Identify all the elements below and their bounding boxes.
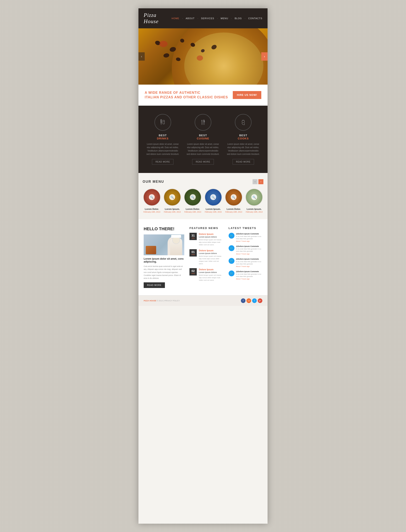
bottom-section: HELLO THERE! Lorem ipsum dolor sit amet,…	[138, 219, 268, 295]
menu-search-icon-4: 🔍	[231, 194, 237, 200]
tweet-author-3[interactable]: @Dolore Ipsum Commete	[236, 271, 262, 273]
menu-item-circle-0: 🔍	[143, 188, 161, 206]
news-sub-2: Lorem ipsum dolore	[199, 271, 223, 273]
menu-item-3[interactable]: 🔍 Lorem Ipsum. February 24th, 2015	[204, 188, 222, 213]
features-section: BEST DRINKS Lorem ipsum dolor sit amet, …	[138, 106, 268, 173]
menu-item-date-1: February 24th, 2013	[163, 211, 181, 213]
cooks-read-more-button[interactable]: Read More	[232, 159, 254, 165]
rss-icon[interactable]: ))))	[246, 298, 251, 303]
hello-read-more-button[interactable]: Read More	[144, 282, 165, 288]
footer-brand[interactable]: PIZZA HOUSE	[144, 300, 156, 302]
tagline-line2: ITALIAN PIZZAS AND OTHER CLASSIC DISHES	[145, 95, 228, 100]
hero-prev-button[interactable]: ‹	[138, 52, 145, 61]
menu-item-name-4: Lorem Dolor.	[225, 208, 243, 210]
drinks-text: Lorem ipsum dolor sit amet, conse etur a…	[146, 142, 180, 156]
tweet-author-0[interactable]: @Dolore Ipsum Commete	[236, 233, 262, 235]
twitter-icon-2: 🐦	[229, 258, 234, 264]
hello-column: HELLO THERE! Lorem ipsum dolor sit amet,…	[144, 227, 184, 288]
news-title: FEATURED NEWS	[189, 227, 223, 230]
menu-search-icon-0: 🔍	[149, 194, 155, 200]
menu-item-name-2: Lorem Dolor.	[184, 208, 202, 210]
news-day-0: 31	[191, 234, 195, 237]
pizza-image-thumb	[146, 246, 156, 254]
menu-search-icon-2: 🔍	[190, 194, 196, 200]
tagline-section: A WIDE RANGE OF AUTHENTIC ITALIAN PIZZAS…	[138, 85, 268, 106]
menu-item-date-4: February 24th, 2013	[225, 211, 243, 213]
drinks-title-bottom: DRINKS	[146, 137, 180, 140]
nav-blog[interactable]: BLOG	[235, 17, 242, 20]
news-headline-1[interactable]: Dolore Ipsum	[199, 249, 223, 252]
nav-services[interactable]: SERVICES	[201, 17, 214, 20]
menu-next-button[interactable]: ›	[258, 179, 263, 184]
news-month-2: FEB	[191, 273, 195, 274]
menu-item-0[interactable]: 🔍 Lorem Dolor. February 24th, 2013	[143, 188, 161, 213]
footer: PIZZA HOUSE © 2013 | PRIVACY POLICY f ))…	[138, 295, 268, 306]
tweet-content-2: @Dolore Ipsum Commete In eu erat vitae f…	[236, 258, 262, 267]
drinks-read-more-button[interactable]: Read More	[152, 159, 174, 165]
tweet-time-2: About 7 hours ago	[236, 266, 262, 267]
news-column: FEATURED NEWS 31 JAN Dolore Ipsum Lorem …	[189, 227, 223, 288]
news-headline-2[interactable]: Dolore Ipsum	[199, 268, 223, 271]
feature-cuisine: BEST CUISINE Lorem ipsum dolor sit amet,…	[183, 114, 223, 165]
svg-rect-1	[163, 120, 165, 124]
tweet-author-2[interactable]: @Dolore Ipsum Commete	[236, 258, 262, 260]
menu-item-circle-2: 🔍	[184, 188, 202, 206]
header: Pizza House HOME • ABOUT • SERVICES • ME…	[138, 8, 268, 28]
hero-next-button[interactable]: ›	[261, 52, 268, 61]
tweet-text-1: In eu erat vitae felis gramate In eu era…	[236, 248, 262, 252]
tweet-item-2: 🐦 @Dolore Ipsum Commete In eu erat vitae…	[229, 258, 262, 267]
footer-social-links: f )))) t g+	[241, 298, 262, 303]
footer-copyright: PIZZA HOUSE © 2013 | PRIVACY POLICY	[144, 300, 180, 302]
news-sub-0: Lorem ipsum dolore	[199, 236, 223, 238]
svg-point-6	[242, 120, 244, 123]
news-content-1: Dolore Ipsum Lorem ipsum dolore Morbi te…	[199, 249, 223, 265]
cuisine-title-bottom: CUISINE	[186, 137, 220, 140]
news-month-0: JAN	[191, 237, 195, 239]
news-date-1: 01 FEB	[189, 249, 197, 257]
menu-item-1[interactable]: 🔍 Lorem Ipsum. February 24th, 2013	[163, 188, 181, 213]
cuisine-text: Lorem ipsum dolor sit amet, conse etur a…	[186, 142, 220, 156]
menu-item-2[interactable]: 🔍 Lorem Dolor. February 24th, 2013	[184, 188, 202, 213]
news-day-2: 02	[191, 269, 195, 273]
nav-menu[interactable]: MENU	[221, 17, 228, 20]
nav-home[interactable]: HOME	[172, 17, 179, 20]
tweet-content-0: @Dolore Ipsum Commete In eu erat vitae f…	[236, 233, 262, 242]
cuisine-icon-circle	[195, 114, 211, 131]
news-item-0: 31 JAN Dolore Ipsum Lorem ipsum dolore M…	[189, 233, 223, 246]
twitter-social-icon[interactable]: t	[252, 298, 257, 303]
twitter-icon-3: 🐦	[229, 271, 234, 276]
menu-search-icon-1: 🔍	[169, 194, 175, 200]
nav-dot-4: •	[231, 17, 232, 19]
tweet-author-1[interactable]: @Dolore Ipsum Commete	[236, 245, 262, 247]
cooks-text: Lorem ipsum dolor sit amet, conse etur a…	[226, 142, 260, 156]
menu-prev-button[interactable]: ‹	[253, 179, 258, 184]
news-text-0: Morbi tempor quam vel massa adp cursus d…	[199, 239, 223, 246]
svg-line-9	[244, 120, 244, 120]
menu-item-4[interactable]: 🔍 Lorem Dolor. February 24th, 2013	[225, 188, 243, 213]
tweet-text-0: In eu erat vitae felis gramate In eu era…	[236, 235, 262, 240]
cuisine-read-more-button[interactable]: Read More	[192, 159, 214, 165]
cooks-icon-circle	[235, 114, 252, 131]
news-day-1: 01	[191, 250, 195, 254]
nav-contacts[interactable]: CONTACTS	[248, 17, 262, 20]
google-plus-icon[interactable]: g+	[258, 298, 262, 303]
news-headline-0[interactable]: Dolore Ipsum	[199, 233, 223, 235]
facebook-icon[interactable]: f	[241, 298, 246, 303]
tweet-text-2: In eu erat vitae felis gramate In eu era…	[236, 260, 262, 265]
tweet-item-3: 🐦 @Dolore Ipsum Commete In eu erat vitae…	[229, 271, 262, 280]
menu-item-circle-1: 🔍	[163, 188, 181, 206]
tagline-text: A WIDE RANGE OF AUTHENTIC ITALIAN PIZZAS…	[145, 90, 228, 100]
news-month-1: FEB	[191, 254, 195, 255]
menu-item-5[interactable]: 🔍 Lorem Ipsum. February 24th, 2013	[245, 188, 263, 213]
news-date-2: 02 FEB	[189, 268, 197, 275]
hello-text: Cuis enUs lacinia quas euismod in eget a…	[144, 265, 184, 280]
tweet-time-0: About 7 hours ago	[236, 240, 262, 242]
nav-about[interactable]: ABOUT	[186, 17, 195, 20]
hire-now-button[interactable]: HIRE US NOW!	[233, 91, 261, 99]
menu-item-circle-5: 🔍	[245, 188, 263, 206]
menu-item-date-0: February 24th, 2013	[143, 211, 161, 213]
tweet-item-0: 🐦 @Dolore Ipsum Commete In eu erat vitae…	[229, 233, 262, 242]
site-wrapper: Pizza House HOME • ABOUT • SERVICES • ME…	[138, 8, 268, 524]
menu-item-date-5: February 24th, 2013	[245, 211, 263, 213]
tweet-time-3: About 7 hours ago	[236, 278, 262, 280]
